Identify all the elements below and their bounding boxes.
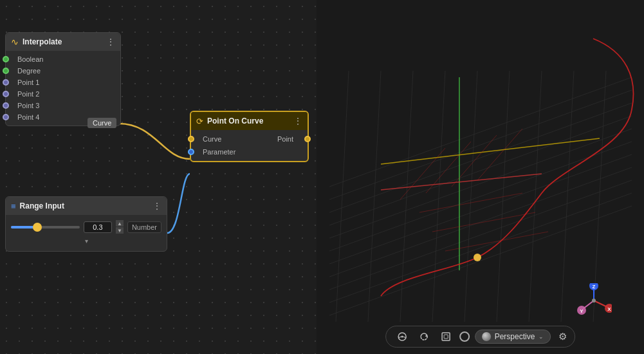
svg-text:X: X xyxy=(607,306,611,312)
vp-orbit-btn[interactable] xyxy=(394,330,410,343)
node-point-on-curve: ⟳ Point On Curve ⋮ Curve Point Parameter xyxy=(190,111,309,162)
svg-point-41 xyxy=(592,299,596,303)
range-slider-row: ▲ ▼ Number xyxy=(11,220,161,234)
range-spinners: ▲ ▼ xyxy=(116,220,124,234)
port-degree: Degree xyxy=(6,65,120,77)
gizmo: Z X Y xyxy=(576,283,612,319)
poc-ports: Curve Point Parameter xyxy=(191,130,308,161)
poc-dot-parameter[interactable] xyxy=(188,149,194,155)
range-body: ▲ ▼ Number ▾ xyxy=(6,215,167,251)
interpolate-icon: ∿ xyxy=(11,37,19,47)
range-slider-thumb[interactable] xyxy=(33,223,42,232)
svg-point-24 xyxy=(474,254,481,261)
poc-label-point-out: Point xyxy=(277,135,302,143)
viewport[interactable]: Z X Y xyxy=(317,0,644,354)
interpolate-title: Interpolate xyxy=(23,37,102,46)
range-chevron-row[interactable]: ▾ xyxy=(11,236,161,246)
poc-icon: ⟳ xyxy=(196,116,203,126)
range-value-input[interactable] xyxy=(84,221,112,233)
vp-wireframe-icon[interactable] xyxy=(459,331,470,342)
node-interpolate: ∿ Interpolate ⋮ Boolean Degree Point 1 xyxy=(5,32,121,126)
port-label-boolean: Boolean xyxy=(11,55,43,63)
port-dot-boolean[interactable] xyxy=(3,56,9,62)
vp-frame-btn[interactable] xyxy=(437,330,454,343)
port-dot-degree[interactable] xyxy=(3,68,9,74)
node-editor: ∿ Interpolate ⋮ Boolean Degree Point 1 xyxy=(0,0,317,354)
vp-gear-btn[interactable]: ⚙ xyxy=(558,331,567,342)
interpolate-header: ∿ Interpolate ⋮ xyxy=(6,33,120,51)
range-spinner-up[interactable]: ▲ xyxy=(116,220,124,227)
port-dot-point4[interactable] xyxy=(3,114,9,120)
svg-point-43 xyxy=(401,336,403,338)
poc-title: Point On Curve xyxy=(207,116,290,126)
interpolate-ports: Boolean Degree Point 1 Point 2 Point 3 xyxy=(6,51,120,126)
port-dot-point2[interactable] xyxy=(3,91,9,97)
range-header: ≡ Range Input ⋮ xyxy=(6,197,167,215)
range-spinner-down[interactable]: ▼ xyxy=(116,227,124,234)
range-chevron-icon[interactable]: ▾ xyxy=(85,238,88,245)
port-dot-point3[interactable] xyxy=(3,102,9,109)
port-boolean: Boolean xyxy=(6,53,120,65)
range-number-label: Number xyxy=(127,221,161,233)
port-label-point1: Point 1 xyxy=(11,79,39,86)
vp-perspective-label: Perspective xyxy=(495,332,535,341)
svg-rect-44 xyxy=(442,333,450,340)
port-dot-point1[interactable] xyxy=(3,79,9,86)
svg-rect-45 xyxy=(444,335,448,339)
port-point3: Point 3 xyxy=(6,100,120,111)
curve-output-label: Curve xyxy=(87,118,116,128)
poc-header: ⟳ Point On Curve ⋮ xyxy=(191,112,308,130)
poc-label-curve: Curve xyxy=(196,135,221,143)
port-label-point4: Point 4 xyxy=(11,113,39,121)
interpolate-menu[interactable]: ⋮ xyxy=(106,37,115,47)
vp-perspective-select[interactable]: Perspective ⌄ xyxy=(475,330,551,344)
svg-text:Z: Z xyxy=(593,284,596,290)
svg-text:Y: Y xyxy=(580,308,584,314)
vp-sphere-icon xyxy=(482,332,491,341)
poc-menu[interactable]: ⋮ xyxy=(293,116,302,126)
range-title: Range Input xyxy=(20,201,149,210)
poc-port-parameter: Parameter xyxy=(191,145,308,158)
range-menu[interactable]: ⋮ xyxy=(152,201,161,211)
poc-dot-point-out[interactable] xyxy=(304,136,311,142)
range-slider-fill xyxy=(11,226,35,228)
poc-port-curve: Curve Point xyxy=(191,133,308,145)
poc-dot-curve[interactable] xyxy=(188,136,194,142)
poc-label-parameter: Parameter xyxy=(196,148,235,156)
range-icon: ≡ xyxy=(11,201,16,211)
port-label-point3: Point 3 xyxy=(11,102,39,109)
port-point1: Point 1 xyxy=(6,77,120,88)
range-slider-track[interactable] xyxy=(11,226,80,228)
vp-perspective-chevron[interactable]: ⌄ xyxy=(538,333,544,340)
port-label-point2: Point 2 xyxy=(11,90,39,98)
vp-bottom-bar: Perspective ⌄ ⚙ xyxy=(385,326,576,348)
node-range-input: ≡ Range Input ⋮ ▲ ▼ Number ▾ xyxy=(5,196,167,252)
port-label-degree: Degree xyxy=(11,67,41,75)
port-point2: Point 2 xyxy=(6,88,120,100)
vp-refresh-btn[interactable] xyxy=(416,330,432,343)
